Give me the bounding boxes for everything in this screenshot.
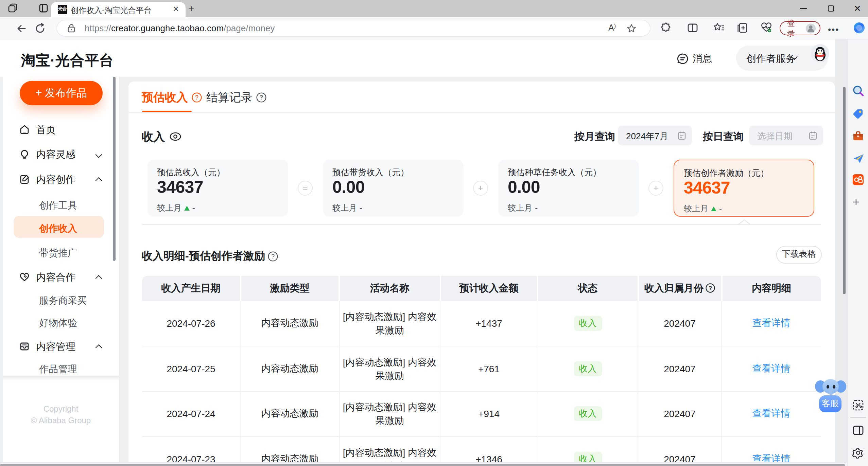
qq-penguin-icon <box>811 44 829 62</box>
favorites-icon[interactable] <box>713 22 725 33</box>
up-arrow-icon <box>711 206 716 211</box>
sidebar-item-product-trial[interactable]: 好物体验 <box>3 314 119 333</box>
browser-essentials-icon[interactable] <box>761 22 772 33</box>
sidebar-panel-icon[interactable] <box>852 424 864 436</box>
table-row: 2024-07-26 内容动态激励 [内容动态激励] 内容效果激励 +1437 … <box>142 301 821 346</box>
split-screen-icon[interactable] <box>687 22 698 33</box>
read-aloud-icon[interactable]: A) <box>608 23 616 32</box>
svg-text:?: ? <box>259 94 263 101</box>
site-header: 淘宝·光合平台 消息 创作者服务 <box>0 39 834 77</box>
page-content: 淘宝·光合平台 消息 创作者服务 <box>0 39 847 466</box>
view-details-link[interactable]: 查看详情 <box>752 363 791 374</box>
address-bar[interactable]: https://creator.guanghe.taobao.com/page/… <box>57 20 650 36</box>
date-picker[interactable]: 选择日期 <box>749 125 823 145</box>
chevron-up-icon <box>95 275 101 282</box>
lock-icon[interactable] <box>67 23 75 32</box>
vertical-tabs-icon[interactable] <box>39 3 48 13</box>
month-picker[interactable]: 2024年7月 <box>618 125 692 145</box>
equals-icon: = <box>298 180 313 195</box>
tab-close-icon[interactable]: ✕ <box>173 4 179 13</box>
message-icon <box>677 53 689 65</box>
stat-card-creator-incentive[interactable]: 预估创作者激励（元） 34637 较上月- <box>673 159 814 216</box>
help-icon[interactable]: ? <box>256 92 266 102</box>
help-icon[interactable]: ? <box>191 92 202 102</box>
lightbulb-icon <box>19 149 30 160</box>
stat-card-task-income: 预估种草任务收入（元） 0.00 较上月- <box>498 159 639 216</box>
window-maximize-button[interactable] <box>828 0 834 17</box>
horizontal-scrollbar-thumb[interactable] <box>0 464 845 466</box>
sidebar-item-promotion[interactable]: 带货推广 <box>3 244 119 263</box>
edit-icon <box>19 174 30 185</box>
sidebar-item-cooperation[interactable]: 内容合作 <box>3 268 119 287</box>
customer-service-label[interactable]: 客服 <box>819 395 841 412</box>
help-icon[interactable]: ? <box>706 284 715 293</box>
extensions-icon[interactable] <box>661 22 672 33</box>
home-icon <box>19 124 30 135</box>
edge-sidebar-rail: + <box>847 39 868 466</box>
window-minimize-button[interactable] <box>800 0 807 17</box>
add-sidebar-item-icon[interactable]: + <box>853 195 860 209</box>
shopping-tag-icon[interactable] <box>852 108 864 119</box>
avatar[interactable] <box>811 44 829 62</box>
publish-button[interactable]: +发布作品 <box>20 81 103 105</box>
settings-gear-icon[interactable] <box>852 447 864 458</box>
table-header-row: 收入产生日期 激励类型 活动名称 预计收入金额 状态 收入归属月份? 内容明细 <box>142 275 821 301</box>
horizontal-scrollbar[interactable] <box>0 462 847 466</box>
sidebar-item-creation-tools[interactable]: 创作工具 <box>3 196 119 215</box>
customer-service-widget[interactable]: 客服 <box>815 379 846 413</box>
refresh-button[interactable] <box>35 23 46 34</box>
download-table-button[interactable]: 下载表格 <box>776 246 821 264</box>
send-plane-icon[interactable] <box>852 153 864 164</box>
sidebar-item-creation-income[interactable]: 创作收入 <box>3 219 119 238</box>
tab-overview-icon[interactable] <box>8 3 18 13</box>
site-logo[interactable]: 淘宝·光合平台 <box>21 51 114 70</box>
rail-divider <box>850 417 866 417</box>
tab-title: 创作收入-淘宝光合平台 <box>71 5 162 15</box>
help-icon[interactable]: ? <box>268 251 278 261</box>
table-row: 2024-07-23 内容动态激励 [内容动态激励] 内容效果激励 +1346 … <box>142 436 821 466</box>
tabs-divider <box>128 112 834 112</box>
messages-button[interactable]: 消息 <box>677 52 712 65</box>
detail-section-title: 收入明细-预估创作者激励 ? <box>142 249 278 263</box>
favorite-star-icon[interactable] <box>627 23 636 33</box>
sidebar-item-home[interactable]: 首页 <box>3 120 119 139</box>
search-icon[interactable] <box>852 85 864 96</box>
stat-card-total-income: 预估总收入（元） 34637 较上月- <box>147 159 288 216</box>
sidebar-item-creation[interactable]: 内容创作 <box>3 170 119 189</box>
eye-icon[interactable] <box>169 132 181 141</box>
window-close-button[interactable]: ✕ <box>854 0 861 17</box>
copyright: Copyright © Alibaba Group <box>3 404 119 427</box>
status-badge: 收入 <box>574 407 602 422</box>
sidebar-item-content-management[interactable]: 内容管理 <box>3 337 119 356</box>
day-query-label: 按日查询 <box>703 130 744 143</box>
new-tab-button[interactable]: + <box>188 3 194 14</box>
view-details-link[interactable]: 查看详情 <box>752 408 791 419</box>
kuaishou-icon[interactable] <box>852 174 864 185</box>
sidebar-item-service-purchase[interactable]: 服务商采买 <box>3 291 119 310</box>
up-arrow-icon <box>184 205 190 210</box>
chevron-up-icon <box>95 345 101 351</box>
browser-toolbar: https://creator.guanghe.taobao.com/page/… <box>0 17 868 39</box>
site-favicon: 光合 <box>58 4 67 14</box>
inbox-icon <box>19 341 30 352</box>
tab-settlement-record[interactable]: 结算记录 ? <box>206 89 266 105</box>
signin-button[interactable]: 登录 <box>780 21 820 35</box>
copilot-icon[interactable] <box>853 22 865 34</box>
svg-text:?: ? <box>271 253 275 259</box>
tab-estimated-income[interactable]: 预估收入 ? <box>142 89 202 105</box>
sidebar-divider <box>3 376 119 381</box>
income-section-title: 收入 <box>142 129 181 144</box>
browser-menu-icon[interactable]: ••• <box>828 24 839 35</box>
sidebar-item-inspiration[interactable]: 内容灵感 <box>3 145 119 164</box>
calendar-icon <box>809 131 817 140</box>
sidebar-scrollbar[interactable] <box>112 77 116 261</box>
screenshot-icon[interactable] <box>852 399 864 411</box>
browser-tab[interactable]: 光合 创作收入-淘宝光合平台 ✕ <box>51 2 185 17</box>
svg-text:?: ? <box>195 94 198 101</box>
chevron-down-icon <box>95 151 101 158</box>
back-button[interactable] <box>16 23 27 34</box>
view-details-link[interactable]: 查看详情 <box>752 317 791 328</box>
collections-icon[interactable] <box>737 22 748 33</box>
toolbox-icon[interactable] <box>852 130 864 142</box>
vertical-scrollbar-thumb[interactable] <box>843 87 846 294</box>
